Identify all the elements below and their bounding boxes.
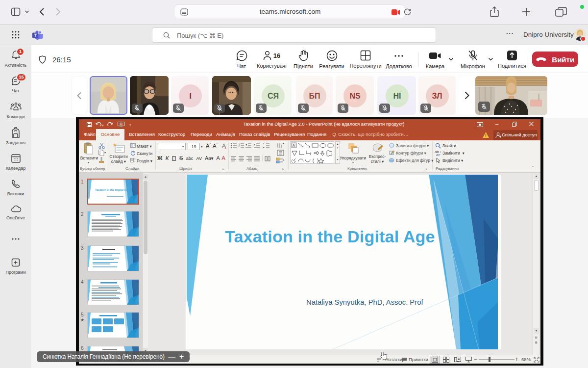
svg-text:Nataliya Synyutka, PhD, Assoc.: Nataliya Synyutka, PhD, Assoc. Prof (306, 298, 423, 306)
svg-text:2: 2 (239, 145, 240, 147)
svg-text:Taxation in the Digital Age: Taxation in the Digital Age (95, 188, 129, 191)
svg-text:A: A (293, 144, 295, 147)
svg-text:ac: ac (436, 153, 440, 156)
svg-text:Taxation in the Digital Age: Taxation in the Digital Age (225, 227, 435, 246)
